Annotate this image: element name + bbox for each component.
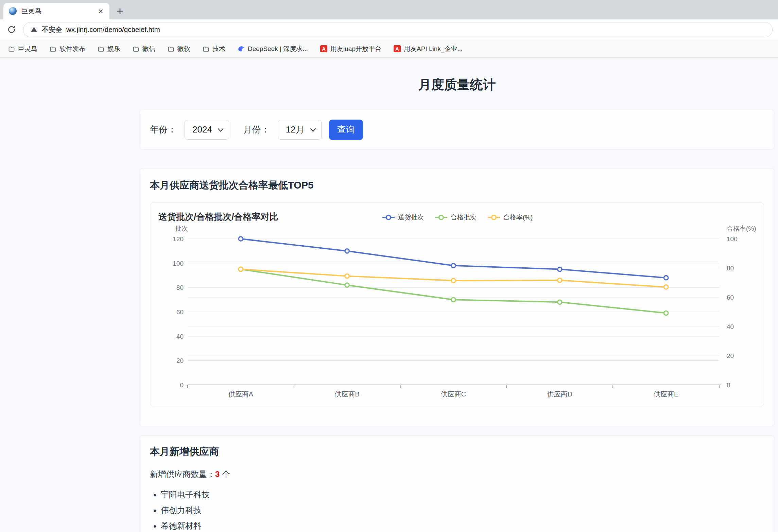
svg-text:20: 20 bbox=[176, 357, 184, 364]
new-suppliers-count-line: 新增供应商数量：3 个 bbox=[150, 469, 764, 480]
tab-strip: 巨灵鸟 × + bbox=[0, 0, 778, 19]
content-container: 月度质量统计 年份： 2024 月份： 12月 查询 bbox=[139, 58, 775, 532]
address-toolbar: 不安全 wx.jlnrj.com/demo/qcbeief.htm bbox=[0, 19, 778, 40]
bookmark-item[interactable]: 软件发布 bbox=[50, 45, 85, 53]
year-select-value: 2024 bbox=[192, 124, 212, 135]
browser-tab[interactable]: 巨灵鸟 × bbox=[3, 3, 109, 19]
red-a-icon: A bbox=[320, 45, 327, 52]
svg-text:供应商D: 供应商D bbox=[547, 390, 572, 398]
count-unit: 个 bbox=[222, 469, 230, 479]
month-select-value: 12月 bbox=[286, 124, 305, 136]
query-button[interactable]: 查询 bbox=[329, 120, 363, 140]
top5-heading: 本月供应商送货批次合格率最低TOP5 bbox=[150, 179, 764, 192]
folder-icon bbox=[133, 46, 139, 52]
chart-card: 送货批次/合格批次/合格率对比 送货批次合格批次合格率(%) 020406080… bbox=[150, 202, 764, 406]
svg-text:批次: 批次 bbox=[175, 225, 188, 232]
not-secure-warning-icon bbox=[30, 26, 38, 33]
chart-title: 送货批次/合格批次/合格率对比 bbox=[158, 211, 278, 223]
site-favicon-globe-icon bbox=[9, 7, 17, 15]
legend-label: 送货批次 bbox=[398, 213, 424, 222]
supplier-list-item: 希德新材料 bbox=[161, 520, 764, 531]
svg-text:0: 0 bbox=[727, 382, 730, 389]
bookmarks-bar: 巨灵鸟软件发布娱乐微信微软技术DeepSeek | 深度求...A用友iuap开… bbox=[0, 40, 778, 58]
new-suppliers-heading: 本月新增供应商 bbox=[150, 445, 764, 459]
red-a-icon: A bbox=[394, 45, 401, 52]
red-a-icon: A bbox=[394, 45, 401, 52]
svg-text:40: 40 bbox=[176, 333, 184, 340]
svg-text:60: 60 bbox=[727, 294, 734, 301]
top5-section-card: 本月供应商送货批次合格率最低TOP5 送货批次/合格批次/合格率对比 送货批次合… bbox=[139, 168, 775, 426]
security-label: 不安全 bbox=[42, 25, 62, 34]
chart-header: 送货批次/合格批次/合格率对比 送货批次合格批次合格率(%) bbox=[158, 210, 756, 225]
bookmark-item[interactable]: 巨灵鸟 bbox=[8, 45, 37, 53]
svg-text:0: 0 bbox=[180, 382, 184, 389]
page-title: 月度质量统计 bbox=[139, 58, 775, 110]
month-label: 月份： bbox=[243, 124, 270, 136]
bookmark-label: DeepSeek | 深度求... bbox=[248, 45, 308, 53]
month-select[interactable]: 12月 bbox=[278, 120, 322, 140]
legend-item[interactable]: 送货批次 bbox=[381, 213, 424, 222]
legend-label: 合格率(%) bbox=[503, 213, 533, 222]
svg-text:20: 20 bbox=[727, 352, 734, 359]
bookmark-item[interactable]: 技术 bbox=[203, 45, 225, 53]
legend-label: 合格批次 bbox=[451, 213, 477, 222]
count-value: 3 bbox=[215, 469, 220, 479]
new-suppliers-card: 本月新增供应商 新增供应商数量：3 个 宇阳电子科技伟创力科技希德新材料 bbox=[139, 435, 775, 532]
folder-icon bbox=[8, 46, 15, 52]
svg-text:80: 80 bbox=[727, 265, 734, 272]
folder-icon bbox=[203, 46, 209, 52]
svg-text:供应商B: 供应商B bbox=[335, 390, 360, 398]
svg-text:80: 80 bbox=[176, 284, 184, 291]
bookmark-label: 娱乐 bbox=[107, 45, 120, 53]
year-label: 年份： bbox=[150, 124, 176, 136]
legend-marker-icon bbox=[434, 214, 448, 221]
svg-text:供应商A: 供应商A bbox=[228, 390, 254, 398]
page-body: 月度质量统计 年份： 2024 月份： 12月 查询 bbox=[0, 58, 778, 532]
svg-text:供应商C: 供应商C bbox=[441, 390, 466, 398]
url-bar[interactable]: 不安全 wx.jlnrj.com/demo/qcbeief.htm bbox=[23, 22, 773, 37]
bookmark-label: 用友iuap开放平台 bbox=[330, 45, 381, 53]
bookmark-item[interactable]: DeepSeek | 深度求... bbox=[238, 45, 308, 53]
bookmark-item[interactable]: A用友API Link_企业... bbox=[394, 45, 463, 53]
svg-text:100: 100 bbox=[727, 235, 738, 243]
tab-title: 巨灵鸟 bbox=[21, 6, 93, 16]
new-tab-button[interactable]: + bbox=[113, 4, 127, 18]
chevron-down-icon bbox=[310, 128, 316, 132]
bookmark-label: 技术 bbox=[212, 45, 225, 53]
svg-text:40: 40 bbox=[727, 323, 734, 330]
svg-text:120: 120 bbox=[173, 235, 184, 243]
bookmark-label: 用友API Link_企业... bbox=[404, 45, 463, 53]
bookmark-item[interactable]: 微软 bbox=[168, 45, 190, 53]
bookmark-label: 软件发布 bbox=[59, 45, 85, 53]
filter-card: 年份： 2024 月份： 12月 查询 bbox=[139, 110, 775, 149]
deepseek-whale-icon bbox=[238, 45, 245, 52]
tab-close-icon[interactable]: × bbox=[98, 7, 104, 16]
folder-icon bbox=[168, 46, 174, 52]
folder-icon bbox=[98, 46, 104, 52]
svg-text:供应商E: 供应商E bbox=[654, 390, 678, 398]
line-chart: 020406080100120020406080100批次合格率(%)供应商A供… bbox=[158, 225, 756, 402]
chevron-down-icon bbox=[218, 128, 224, 132]
new-supplier-list: 宇阳电子科技伟创力科技希德新材料 bbox=[152, 489, 764, 531]
legend-item[interactable]: 合格批次 bbox=[434, 213, 477, 222]
bookmark-label: 巨灵鸟 bbox=[18, 45, 37, 53]
supplier-list-item: 伟创力科技 bbox=[161, 505, 764, 516]
folder-icon bbox=[50, 46, 56, 52]
year-select[interactable]: 2024 bbox=[185, 120, 229, 140]
legend-item[interactable]: 合格率(%) bbox=[487, 213, 533, 222]
browser-window: 巨灵鸟 × + 不安全 wx.jlnrj.com/demo/qcbeief.ht… bbox=[0, 0, 778, 532]
svg-text:60: 60 bbox=[176, 308, 184, 316]
reload-icon[interactable] bbox=[5, 23, 18, 36]
bookmark-item[interactable]: 微信 bbox=[133, 45, 155, 53]
red-a-icon: A bbox=[320, 45, 327, 52]
url-text: wx.jlnrj.com/demo/qcbeief.htm bbox=[66, 25, 160, 34]
bookmark-item[interactable]: A用友iuap开放平台 bbox=[320, 45, 381, 53]
svg-text:合格率(%): 合格率(%) bbox=[727, 225, 756, 232]
bookmark-label: 微信 bbox=[142, 45, 155, 53]
count-label: 新增供应商数量： bbox=[150, 469, 215, 479]
legend-marker-icon bbox=[487, 214, 501, 221]
svg-text:100: 100 bbox=[173, 260, 184, 267]
bookmark-item[interactable]: 娱乐 bbox=[98, 45, 120, 53]
bookmark-label: 微软 bbox=[177, 45, 190, 53]
supplier-list-item: 宇阳电子科技 bbox=[161, 489, 764, 500]
